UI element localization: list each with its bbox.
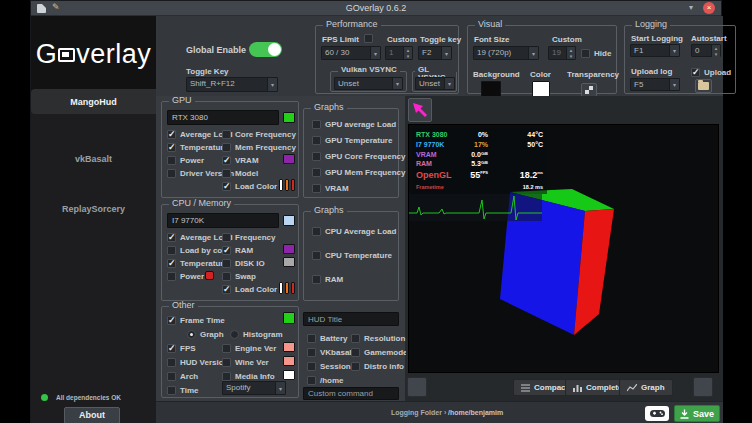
gpu-check-power[interactable]: Power bbox=[167, 155, 204, 166]
gpu-check-load-color[interactable]: Load Color bbox=[222, 181, 277, 192]
graph-check-gpu-average-load[interactable]: GPU average Load bbox=[312, 119, 396, 130]
sidebar-tab-replaysorcery[interactable]: ReplaySorcery bbox=[31, 196, 156, 221]
media-player-dropdown[interactable]: Spotify▾ bbox=[222, 381, 286, 395]
other-check-wine-ver[interactable]: Wine Ver bbox=[222, 357, 269, 368]
graph-check-vram[interactable]: VRAM bbox=[312, 183, 349, 194]
transparency-button[interactable] bbox=[581, 83, 597, 97]
cpu-check-power[interactable]: Power bbox=[167, 271, 204, 282]
media-info-color-swatch[interactable] bbox=[283, 370, 295, 380]
toggle-key-dropdown[interactable]: Shift_R+F12▾ bbox=[186, 77, 278, 92]
extra-check-resolution[interactable]: Resolution bbox=[351, 333, 405, 344]
gpu-check-vram[interactable]: VRAM bbox=[222, 155, 259, 166]
other-check-engine-ver[interactable]: Engine Ver bbox=[222, 343, 276, 354]
graph-check-ram[interactable]: RAM bbox=[312, 274, 343, 285]
other-check-hud-version[interactable]: HUD Version bbox=[167, 357, 228, 368]
spinner-down-icon[interactable]: ▾ bbox=[567, 53, 575, 59]
disk-io-color-swatch[interactable] bbox=[283, 257, 295, 267]
ram-color-swatch[interactable] bbox=[283, 244, 295, 254]
dropdown-arrow-icon: ▾ bbox=[370, 47, 380, 59]
graph-check-gpu-temperature[interactable]: GPU Temperature bbox=[312, 135, 392, 146]
custom-command-input[interactable] bbox=[303, 387, 399, 400]
checkbox-box bbox=[312, 275, 321, 284]
engine-ver-color-swatch[interactable] bbox=[283, 342, 295, 352]
other-check-time[interactable]: Time bbox=[167, 385, 199, 396]
global-enable-toggle[interactable] bbox=[249, 42, 282, 57]
preview-scroll-left-button[interactable] bbox=[407, 377, 427, 397]
perf-toggle-key-dropdown[interactable]: F2▾ bbox=[418, 46, 452, 60]
dropdown-value: F5 bbox=[631, 79, 669, 90]
extra-check-vkbasalt[interactable]: VKbasalt bbox=[307, 347, 354, 358]
extra-check-distro-info[interactable]: Distro info bbox=[351, 361, 404, 372]
preview-scroll-right-button[interactable] bbox=[693, 377, 713, 397]
gpu-check-temperature[interactable]: Temperature bbox=[167, 142, 228, 153]
dependency-status-text: All dependencies OK bbox=[56, 394, 121, 401]
vram-color-swatch[interactable] bbox=[283, 154, 295, 164]
fps-limit-dropdown[interactable]: 60 / 30▾ bbox=[321, 46, 381, 60]
cpu-load-color-mid-swatch[interactable] bbox=[285, 282, 289, 294]
cpu-name-input[interactable] bbox=[167, 213, 279, 228]
sidebar-tab-mangohud[interactable]: MangoHud bbox=[31, 89, 156, 114]
gpu-check-core-frequency[interactable]: Core Frequency bbox=[222, 129, 296, 140]
gpu-name-input[interactable] bbox=[167, 110, 279, 125]
extra-check-gamemode[interactable]: Gamemode bbox=[351, 347, 408, 358]
frame-time-color-swatch[interactable] bbox=[283, 312, 295, 324]
autostart-spinner[interactable]: 0▴▾ bbox=[691, 44, 721, 57]
gpu-check-model[interactable]: Model bbox=[222, 168, 258, 179]
close-button[interactable]: × bbox=[703, 2, 715, 14]
gpu-load-color-low-swatch[interactable] bbox=[279, 179, 283, 191]
spinner-down-icon[interactable]: ▾ bbox=[712, 51, 720, 57]
about-button[interactable]: About bbox=[64, 407, 120, 423]
extra-check-session[interactable]: Session bbox=[307, 361, 351, 372]
cpu-check-ram[interactable]: RAM bbox=[222, 245, 253, 256]
font-size-dropdown[interactable]: 19 (720p)▾ bbox=[473, 46, 539, 60]
vulkan-vsync-dropdown[interactable]: Unset▾ bbox=[334, 77, 403, 90]
frame-time-histogram-radio[interactable]: Histogram bbox=[230, 329, 283, 339]
mangohud-settings-panel: GPU Average Load Core Frequency Temperat… bbox=[156, 96, 406, 401]
cpu-check-load-by-core[interactable]: Load by core bbox=[167, 245, 230, 256]
graph-button[interactable]: Graph bbox=[619, 379, 673, 396]
graph-check-gpu-core-frequency[interactable]: GPU Core Frequency bbox=[312, 151, 405, 162]
frame-time-graph-radio[interactable]: Graph bbox=[187, 329, 224, 339]
cursor-tool-button[interactable] bbox=[408, 98, 432, 122]
cpu-check-swap[interactable]: Swap bbox=[222, 271, 256, 282]
gpu-color-swatch[interactable] bbox=[283, 112, 295, 123]
hide-checkbox[interactable]: Hide bbox=[581, 48, 611, 59]
checkbox-box bbox=[691, 68, 700, 77]
cpu-power-color-swatch[interactable] bbox=[205, 271, 214, 280]
gpu-check-mem-frequency[interactable]: Mem Frequency bbox=[222, 142, 296, 153]
other-check-arch[interactable]: Arch bbox=[167, 371, 198, 382]
upload-folder-button[interactable] bbox=[695, 79, 712, 93]
cpu-check-load-color[interactable]: Load Color bbox=[222, 284, 277, 295]
graph-check-cpu-average-load[interactable]: CPU Average Load bbox=[312, 226, 396, 237]
gamepad-button[interactable] bbox=[645, 406, 669, 421]
custom-font-spinner[interactable]: 19▴▾ bbox=[548, 46, 576, 60]
cpu-color-swatch[interactable] bbox=[283, 215, 295, 226]
graph-check-gpu-mem-frequency[interactable]: GPU Mem Frequency bbox=[312, 167, 405, 178]
cpu-check-disk-io[interactable]: DISK IO bbox=[222, 258, 265, 269]
gpu-load-color-mid-swatch[interactable] bbox=[285, 179, 289, 191]
extra-check-home[interactable]: /home bbox=[307, 375, 344, 386]
upload-checkbox[interactable]: Upload bbox=[691, 67, 731, 78]
other-check-fps[interactable]: FPS bbox=[167, 343, 196, 354]
cpu-load-color-low-swatch[interactable] bbox=[279, 282, 283, 294]
spinner-down-icon[interactable]: ▾ bbox=[404, 53, 412, 59]
logging-folder-button[interactable]: Logging Folder › bbox=[391, 409, 446, 416]
gl-vsync-dropdown[interactable]: Unset▾ bbox=[415, 77, 455, 90]
chevron-down-icon[interactable]: ▾ bbox=[689, 3, 693, 12]
cpu-check-temperature[interactable]: Temperature bbox=[167, 258, 228, 269]
start-logging-dropdown[interactable]: F1▾ bbox=[630, 44, 680, 57]
extra-check-battery[interactable]: Battery bbox=[307, 333, 348, 344]
wine-ver-color-swatch[interactable] bbox=[283, 356, 295, 366]
other-check-frame-time[interactable]: Frame Time bbox=[167, 315, 225, 326]
custom-fps-spinner[interactable]: 1▴▾ bbox=[385, 46, 413, 60]
upload-log-dropdown[interactable]: F5▾ bbox=[630, 78, 680, 91]
gpu-load-color-high-swatch[interactable] bbox=[291, 179, 295, 191]
hud-title-input[interactable] bbox=[303, 312, 399, 326]
cpu-check-frequency[interactable]: Frequency bbox=[222, 232, 275, 243]
cpu-load-color-high-swatch[interactable] bbox=[291, 282, 295, 294]
fps-limit-checkbox[interactable] bbox=[364, 34, 373, 43]
checkbox-box bbox=[167, 246, 176, 255]
graph-check-cpu-temperature[interactable]: CPU Temperature bbox=[312, 250, 392, 261]
save-button[interactable]: Save bbox=[674, 405, 720, 422]
sidebar-tab-vkbasalt[interactable]: vkBasalt bbox=[31, 146, 156, 171]
